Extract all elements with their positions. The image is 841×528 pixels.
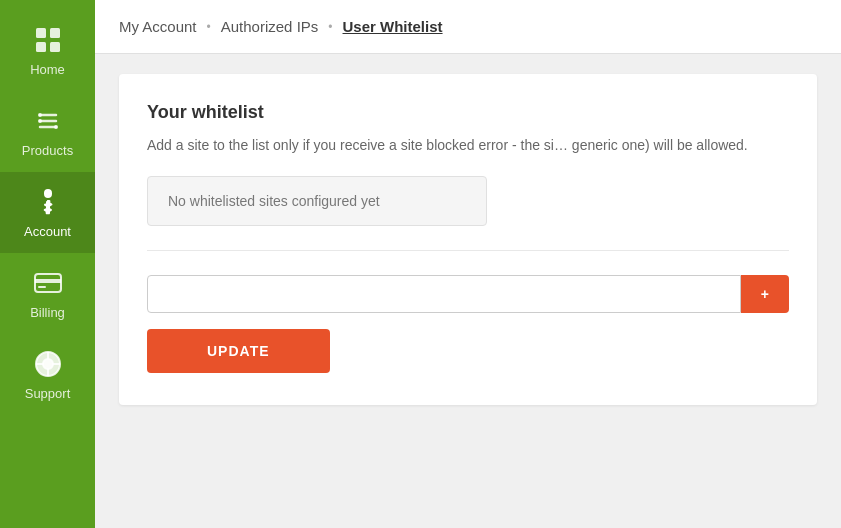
card-divider: [147, 250, 789, 251]
svg-rect-11: [35, 279, 61, 283]
svg-point-14: [43, 359, 53, 369]
products-icon: [32, 105, 64, 137]
breadcrumb-sep-2: •: [328, 20, 332, 34]
breadcrumb: My Account • Authorized IPs • User White…: [95, 0, 841, 54]
svg-point-5: [38, 113, 42, 117]
main-content: My Account • Authorized IPs • User White…: [95, 0, 841, 528]
add-site-row: +: [147, 275, 789, 313]
sidebar-item-support-label: Support: [25, 386, 71, 401]
home-icon: [32, 24, 64, 56]
update-button[interactable]: UPDATE: [147, 329, 330, 373]
breadcrumb-my-account[interactable]: My Account: [119, 18, 197, 35]
sidebar-item-support[interactable]: Support: [0, 334, 95, 415]
site-input[interactable]: [147, 275, 741, 313]
sidebar-item-billing[interactable]: Billing: [0, 253, 95, 334]
sidebar-item-products[interactable]: Products: [0, 91, 95, 172]
account-icon: [32, 186, 64, 218]
sidebar: Home Products Account: [0, 0, 95, 528]
breadcrumb-current: User Whitelist: [343, 18, 443, 35]
svg-rect-1: [50, 28, 60, 38]
card-description: Add a site to the list only if you recei…: [147, 135, 789, 156]
sidebar-item-billing-label: Billing: [30, 305, 65, 320]
sidebar-item-account-label: Account: [24, 224, 71, 239]
card-title: Your whitelist: [147, 102, 789, 123]
svg-rect-0: [36, 28, 46, 38]
add-site-button[interactable]: +: [741, 275, 789, 313]
breadcrumb-sep-1: •: [207, 20, 211, 34]
sidebar-item-account[interactable]: Account: [0, 172, 95, 253]
svg-rect-2: [36, 42, 46, 52]
content-area: Your whitelist Add a site to the list on…: [95, 54, 841, 528]
sidebar-item-home-label: Home: [30, 62, 65, 77]
support-icon: [32, 348, 64, 380]
breadcrumb-authorized-ips[interactable]: Authorized IPs: [221, 18, 319, 35]
sidebar-item-home[interactable]: Home: [0, 10, 95, 91]
sidebar-item-products-label: Products: [22, 143, 73, 158]
svg-rect-12: [38, 286, 46, 288]
whitelist-empty-box: No whitelisted sites configured yet: [147, 176, 487, 226]
svg-rect-3: [50, 42, 60, 52]
billing-icon: [32, 267, 64, 299]
whitelist-card: Your whitelist Add a site to the list on…: [119, 74, 817, 405]
